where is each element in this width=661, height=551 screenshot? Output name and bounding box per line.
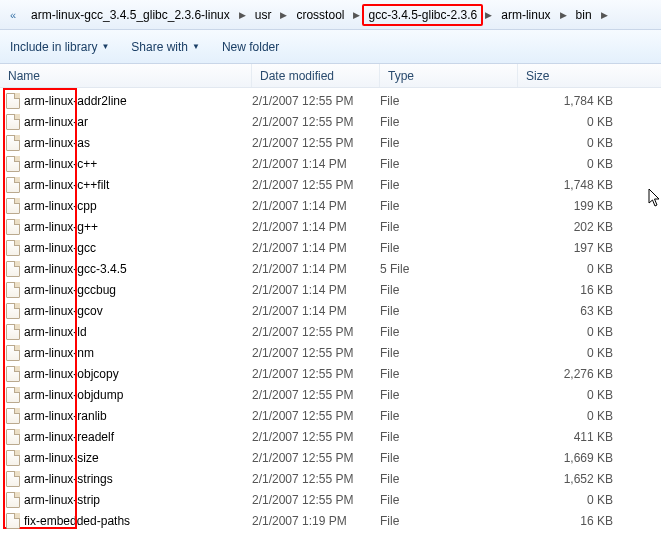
file-icon (6, 345, 20, 361)
file-date-cell: 2/1/2007 12:55 PM (252, 472, 380, 486)
file-icon (6, 93, 20, 109)
file-icon (6, 219, 20, 235)
file-size-cell: 0 KB (518, 409, 661, 423)
file-icon (6, 240, 20, 256)
breadcrumb-item[interactable]: usr (248, 4, 279, 26)
table-row[interactable]: arm-linux-g++2/1/2007 1:14 PMFile202 KB (0, 216, 661, 237)
file-icon (6, 282, 20, 298)
file-name-label: arm-linux-nm (24, 346, 94, 360)
file-icon (6, 261, 20, 277)
table-row[interactable]: arm-linux-ar2/1/2007 12:55 PMFile0 KB (0, 111, 661, 132)
file-name-label: arm-linux-ld (24, 325, 87, 339)
file-name-cell: arm-linux-c++ (0, 156, 252, 172)
breadcrumb-overflow[interactable]: « (4, 6, 22, 24)
table-row[interactable]: arm-linux-c++filt2/1/2007 12:55 PMFile1,… (0, 174, 661, 195)
share-with-button[interactable]: Share with ▼ (131, 40, 200, 54)
chevron-right-icon[interactable]: ▶ (558, 10, 569, 20)
table-row[interactable]: arm-linux-strip2/1/2007 12:55 PMFile0 KB (0, 489, 661, 510)
file-date-cell: 2/1/2007 1:14 PM (252, 283, 380, 297)
table-row[interactable]: arm-linux-readelf2/1/2007 12:55 PMFile41… (0, 426, 661, 447)
file-type-cell: File (380, 472, 518, 486)
file-size-cell: 0 KB (518, 325, 661, 339)
chevron-right-icon[interactable]: ▶ (237, 10, 248, 20)
chevron-right-icon[interactable]: ▶ (278, 10, 289, 20)
file-size-cell: 16 KB (518, 514, 661, 528)
file-date-cell: 2/1/2007 12:55 PM (252, 430, 380, 444)
file-date-cell: 2/1/2007 12:55 PM (252, 115, 380, 129)
table-row[interactable]: arm-linux-size2/1/2007 12:55 PMFile1,669… (0, 447, 661, 468)
table-row[interactable]: arm-linux-strings2/1/2007 12:55 PMFile1,… (0, 468, 661, 489)
table-row[interactable]: fix-embedded-paths2/1/2007 1:19 PMFile16… (0, 510, 661, 531)
breadcrumb-item[interactable]: bin (569, 4, 599, 26)
table-row[interactable]: arm-linux-nm2/1/2007 12:55 PMFile0 KB (0, 342, 661, 363)
file-date-cell: 2/1/2007 12:55 PM (252, 367, 380, 381)
new-folder-button[interactable]: New folder (222, 40, 279, 54)
file-size-cell: 0 KB (518, 388, 661, 402)
include-in-library-button[interactable]: Include in library ▼ (10, 40, 109, 54)
table-row[interactable]: arm-linux-cpp2/1/2007 1:14 PMFile199 KB (0, 195, 661, 216)
file-icon (6, 324, 20, 340)
table-row[interactable]: arm-linux-c++2/1/2007 1:14 PMFile0 KB (0, 153, 661, 174)
breadcrumb-item[interactable]: arm-linux (494, 4, 557, 26)
column-header-size[interactable]: Size (518, 64, 661, 87)
breadcrumb-item[interactable]: gcc-3.4.5-glibc-2.3.6 (362, 4, 483, 26)
file-date-cell: 2/1/2007 12:55 PM (252, 178, 380, 192)
table-row[interactable]: arm-linux-ranlib2/1/2007 12:55 PMFile0 K… (0, 405, 661, 426)
file-name-cell: arm-linux-addr2line (0, 93, 252, 109)
toolbar: Include in library ▼ Share with ▼ New fo… (0, 30, 661, 64)
file-name-label: arm-linux-gccbug (24, 283, 116, 297)
file-icon (6, 135, 20, 151)
file-date-cell: 2/1/2007 1:14 PM (252, 262, 380, 276)
file-date-cell: 2/1/2007 12:55 PM (252, 325, 380, 339)
file-name-cell: arm-linux-ar (0, 114, 252, 130)
cursor-icon (648, 188, 661, 212)
file-type-cell: File (380, 409, 518, 423)
file-icon (6, 198, 20, 214)
file-name-label: fix-embedded-paths (24, 514, 130, 528)
file-icon (6, 492, 20, 508)
table-row[interactable]: arm-linux-gcc-3.4.52/1/2007 1:14 PM5 Fil… (0, 258, 661, 279)
file-name-label: arm-linux-objcopy (24, 367, 119, 381)
file-date-cell: 2/1/2007 12:55 PM (252, 346, 380, 360)
file-type-cell: File (380, 304, 518, 318)
file-size-cell: 63 KB (518, 304, 661, 318)
file-size-cell: 16 KB (518, 283, 661, 297)
file-icon (6, 177, 20, 193)
new-folder-label: New folder (222, 40, 279, 54)
file-type-cell: File (380, 178, 518, 192)
file-icon (6, 387, 20, 403)
chevron-right-icon[interactable]: ▶ (483, 10, 494, 20)
table-row[interactable]: arm-linux-ld2/1/2007 12:55 PMFile0 KB (0, 321, 661, 342)
file-name-label: arm-linux-size (24, 451, 99, 465)
file-name-cell: arm-linux-size (0, 450, 252, 466)
include-in-library-label: Include in library (10, 40, 97, 54)
chevron-down-icon: ▼ (101, 42, 109, 51)
table-row[interactable]: arm-linux-gcc2/1/2007 1:14 PMFile197 KB (0, 237, 661, 258)
breadcrumb-item[interactable]: arm-linux-gcc_3.4.5_glibc_2.3.6-linux (24, 4, 237, 26)
column-header-name[interactable]: Name (0, 64, 252, 87)
file-type-cell: File (380, 430, 518, 444)
table-row[interactable]: arm-linux-objdump2/1/2007 12:55 PMFile0 … (0, 384, 661, 405)
file-name-cell: arm-linux-readelf (0, 429, 252, 445)
table-row[interactable]: arm-linux-as2/1/2007 12:55 PMFile0 KB (0, 132, 661, 153)
file-icon (6, 429, 20, 445)
file-name-cell: arm-linux-gcov (0, 303, 252, 319)
chevron-right-icon[interactable]: ▶ (351, 10, 362, 20)
breadcrumb-item[interactable]: crosstool (289, 4, 351, 26)
file-icon (6, 450, 20, 466)
column-header-type[interactable]: Type (380, 64, 518, 87)
column-header-date[interactable]: Date modified (252, 64, 380, 87)
table-row[interactable]: arm-linux-gcov2/1/2007 1:14 PMFile63 KB (0, 300, 661, 321)
chevron-right-icon[interactable]: ▶ (599, 10, 610, 20)
file-name-cell: arm-linux-c++filt (0, 177, 252, 193)
file-icon (6, 408, 20, 424)
file-name-label: arm-linux-ar (24, 115, 88, 129)
file-type-cell: File (380, 346, 518, 360)
file-type-cell: File (380, 388, 518, 402)
file-date-cell: 2/1/2007 1:14 PM (252, 220, 380, 234)
table-row[interactable]: arm-linux-gccbug2/1/2007 1:14 PMFile16 K… (0, 279, 661, 300)
table-row[interactable]: arm-linux-addr2line2/1/2007 12:55 PMFile… (0, 90, 661, 111)
table-row[interactable]: arm-linux-objcopy2/1/2007 12:55 PMFile2,… (0, 363, 661, 384)
file-size-cell: 0 KB (518, 157, 661, 171)
file-name-cell: arm-linux-gcc-3.4.5 (0, 261, 252, 277)
